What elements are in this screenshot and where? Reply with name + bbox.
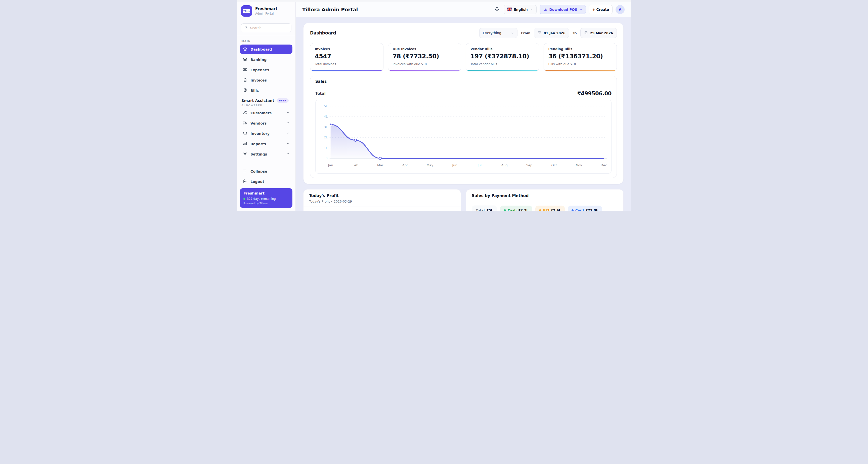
users-icon xyxy=(243,110,247,116)
svg-text:3L: 3L xyxy=(324,125,328,129)
invoice-icon xyxy=(243,78,247,83)
svg-text:Oct: Oct xyxy=(551,163,557,167)
svg-text:Jan: Jan xyxy=(328,163,333,167)
svg-text:Mar: Mar xyxy=(377,163,383,167)
sidebar-item-label: Reports xyxy=(250,142,266,146)
to-label: To xyxy=(572,31,577,35)
download-pos-label: Download POS xyxy=(550,7,577,11)
chevron-down-icon xyxy=(286,121,290,125)
stat-card-due-invoices: Due Invoices 78 (₹7732.50) Invoices with… xyxy=(388,43,461,71)
todays-profit-title: Today's Profit xyxy=(309,194,455,198)
smart-assistant-label: Smart Assistant xyxy=(241,99,274,103)
sidebar-item-customers[interactable]: Customers xyxy=(240,108,292,117)
stat-value: 197 (₹372878.10) xyxy=(470,53,534,60)
chevron-down-icon xyxy=(286,132,290,136)
svg-text:May: May xyxy=(427,163,433,167)
brand-name: Freshmart xyxy=(255,6,277,11)
top-header: Tillora Admin Portal English Download PO… xyxy=(296,2,631,17)
stat-card-pending-bills: Pending Bills 36 (₹136371.20) Bills with… xyxy=(544,43,617,71)
create-button[interactable]: + Create xyxy=(589,5,613,14)
sidebar-item-dashboard[interactable]: Dashboard xyxy=(240,45,292,54)
svg-text:Nov: Nov xyxy=(576,163,582,167)
language-selector[interactable]: English xyxy=(504,5,536,14)
workspace-days-remaining: 327 days remaining xyxy=(247,197,276,201)
sidebar-item-settings[interactable]: Settings xyxy=(240,149,292,159)
chevron-down-icon xyxy=(511,31,514,35)
collapse-label: Collapse xyxy=(250,169,267,173)
sales-by-payment-title: Sales by Payment Method xyxy=(472,194,618,198)
sidebar-item-bills[interactable]: Bills xyxy=(240,86,292,95)
avatar[interactable]: A xyxy=(616,5,625,14)
sidebar-collapse-button[interactable]: Collapse xyxy=(240,167,292,176)
bar-chart-icon xyxy=(243,141,247,147)
chevron-down-icon xyxy=(286,111,290,115)
sidebar-item-label: Expenses xyxy=(250,68,269,72)
smart-assistant-subtitle: AI POWERED xyxy=(241,104,291,107)
workspace-card[interactable]: Freshmart 327 days remaining Powered by … xyxy=(240,188,292,208)
from-date-input[interactable]: 01 Jan 2026 xyxy=(534,28,569,38)
banknote-icon xyxy=(243,67,247,73)
chevron-down-icon xyxy=(286,142,290,146)
download-pos-button[interactable]: Download POS xyxy=(539,5,586,14)
create-label: + Create xyxy=(592,7,609,11)
range-select[interactable]: Everything xyxy=(479,28,518,38)
stat-accent-bar xyxy=(310,70,383,71)
top-strip xyxy=(237,0,631,2)
chip-label: Card xyxy=(575,208,584,211)
divider xyxy=(466,202,623,202)
chip-card: Card ₹27.8k xyxy=(568,206,602,211)
nav-section-label: MAIN xyxy=(241,39,291,42)
sidebar-item-label: Settings xyxy=(250,152,267,156)
sidebar-item-inventory[interactable]: Inventory xyxy=(240,129,292,138)
brand-subtitle: Admin Portal xyxy=(255,12,277,16)
workspace-name: Freshmart xyxy=(243,191,289,195)
stat-subtitle: Total invoices xyxy=(315,62,379,66)
stat-card-vendor-bills: Vendor Bills 197 (₹372878.10) Total vend… xyxy=(466,43,539,71)
svg-text:2L: 2L xyxy=(324,136,328,139)
bank-icon xyxy=(243,57,247,62)
chevron-down-icon xyxy=(286,152,290,156)
sidebar-item-smart-assistant[interactable]: Smart Assistant BETA AI POWERED xyxy=(240,96,292,108)
to-date-value: 29 Mar 2026 xyxy=(590,31,613,35)
chip-cash: Cash ₹2.3L xyxy=(500,206,532,211)
svg-text:4L: 4L xyxy=(324,115,328,118)
chevron-down-icon xyxy=(530,8,533,11)
stat-label: Invoices xyxy=(315,47,379,51)
sidebar-item-invoices[interactable]: Invoices xyxy=(240,76,292,85)
language-label: English xyxy=(514,7,528,11)
to-date-input[interactable]: 29 Mar 2026 xyxy=(580,28,617,38)
stat-value: 4547 xyxy=(315,53,379,60)
sidebar-item-label: Customers xyxy=(250,111,272,115)
page-title: Tillora Admin Portal xyxy=(302,6,358,12)
svg-text:Jun: Jun xyxy=(452,163,457,167)
notifications-button[interactable] xyxy=(493,5,501,13)
sidebar-item-reports[interactable]: Reports xyxy=(240,139,292,148)
chip-value: ₹27.8k xyxy=(586,208,598,211)
sales-line-chart: 01L2L3L4L5LJanFebMarAprMayJunJulAugSepOc… xyxy=(318,103,608,172)
sidebar-item-banking[interactable]: Banking xyxy=(240,55,292,64)
svg-text:0: 0 xyxy=(326,156,328,160)
calendar-icon xyxy=(537,31,541,35)
chip-label: Total xyxy=(476,208,485,211)
stat-value: 36 (₹136371.20) xyxy=(549,53,612,60)
bills-icon xyxy=(243,88,247,93)
sidebar-item-expenses[interactable]: Expenses xyxy=(240,65,292,75)
stat-accent-bar xyxy=(466,70,539,71)
sidebar-item-vendors[interactable]: Vendors xyxy=(240,118,292,128)
chip-label: Cash xyxy=(508,208,517,211)
sidebar: Tillora Freshmart Admin Portal MAIN Dash… xyxy=(237,2,296,211)
sidebar-search xyxy=(237,20,296,36)
sidebar-item-label: Bills xyxy=(250,89,259,93)
svg-text:Dec: Dec xyxy=(601,163,607,167)
from-label: From xyxy=(521,31,530,35)
beta-badge: BETA xyxy=(277,98,289,103)
payment-chips: Total ₹5L Cash ₹2.3L UPI ₹2.4L xyxy=(472,206,618,211)
search-input[interactable] xyxy=(250,26,288,30)
main-area: Tillora Admin Portal English Download PO… xyxy=(296,2,631,211)
sidebar-logout-button[interactable]: Logout xyxy=(240,177,292,186)
gear-icon xyxy=(243,151,247,157)
dashboard-filter-row: Dashboard Everything From 01 Jan 2026 To xyxy=(304,23,623,43)
todays-profit-subtitle: Today's Profit • 2026-03-29 xyxy=(309,200,455,203)
sidebar-item-label: Dashboard xyxy=(250,47,272,51)
svg-text:Sep: Sep xyxy=(526,163,532,167)
